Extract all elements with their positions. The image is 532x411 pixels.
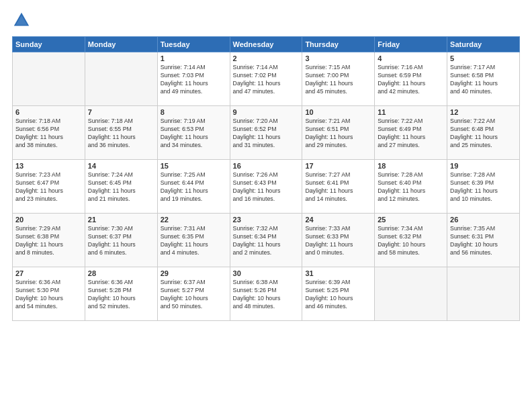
- day-number: 11: [378, 108, 444, 116]
- day-number: 24: [305, 216, 371, 224]
- calendar-cell: [447, 267, 520, 321]
- day-number: 28: [88, 269, 154, 277]
- cell-details: Sunrise: 7:28 AM Sunset: 6:40 PM Dayligh…: [378, 171, 444, 203]
- calendar-cell: 26Sunrise: 7:35 AM Sunset: 6:31 PM Dayli…: [447, 214, 520, 267]
- calendar-cell: 19Sunrise: 7:28 AM Sunset: 6:39 PM Dayli…: [447, 160, 520, 214]
- day-number: 12: [450, 108, 517, 116]
- day-number: 23: [233, 216, 300, 224]
- cell-details: Sunrise: 7:21 AM Sunset: 6:51 PM Dayligh…: [305, 118, 371, 150]
- calendar-cell: 9Sunrise: 7:20 AM Sunset: 6:52 PM Daylig…: [230, 106, 302, 160]
- cell-details: Sunrise: 7:32 AM Sunset: 6:34 PM Dayligh…: [233, 225, 300, 257]
- calendar-cell: 28Sunrise: 6:36 AM Sunset: 5:28 PM Dayli…: [85, 267, 157, 321]
- header: [12, 11, 520, 30]
- calendar-cell: 27Sunrise: 6:36 AM Sunset: 5:30 PM Dayli…: [13, 267, 85, 321]
- calendar-cell: 10Sunrise: 7:21 AM Sunset: 6:51 PM Dayli…: [302, 106, 375, 160]
- day-number: 2: [233, 54, 300, 62]
- calendar-week-row: 20Sunrise: 7:29 AM Sunset: 6:38 PM Dayli…: [13, 214, 520, 267]
- page: SundayMondayTuesdayWednesdayThursdayFrid…: [0, 0, 532, 411]
- cell-details: Sunrise: 7:18 AM Sunset: 6:55 PM Dayligh…: [88, 118, 154, 150]
- calendar-cell: 2Sunrise: 7:14 AM Sunset: 7:02 PM Daylig…: [230, 52, 302, 106]
- day-number: 25: [378, 216, 444, 224]
- cell-details: Sunrise: 7:15 AM Sunset: 7:00 PM Dayligh…: [305, 64, 371, 96]
- calendar-cell: 15Sunrise: 7:25 AM Sunset: 6:44 PM Dayli…: [157, 160, 230, 214]
- calendar-week-row: 13Sunrise: 7:23 AM Sunset: 6:47 PM Dayli…: [13, 160, 520, 214]
- cell-details: Sunrise: 7:22 AM Sunset: 6:49 PM Dayligh…: [378, 118, 444, 150]
- day-number: 29: [161, 269, 227, 277]
- calendar-day-header: Wednesday: [230, 37, 302, 52]
- cell-details: Sunrise: 7:14 AM Sunset: 7:03 PM Dayligh…: [161, 64, 227, 96]
- cell-details: Sunrise: 7:24 AM Sunset: 6:45 PM Dayligh…: [88, 171, 154, 203]
- calendar-cell: 11Sunrise: 7:22 AM Sunset: 6:49 PM Dayli…: [375, 106, 447, 160]
- day-number: 3: [305, 54, 371, 62]
- calendar-header-row: SundayMondayTuesdayWednesdayThursdayFrid…: [13, 37, 520, 52]
- calendar-cell: 3Sunrise: 7:15 AM Sunset: 7:00 PM Daylig…: [302, 52, 375, 106]
- cell-details: Sunrise: 7:14 AM Sunset: 7:02 PM Dayligh…: [233, 64, 300, 96]
- calendar-cell: 21Sunrise: 7:30 AM Sunset: 6:37 PM Dayli…: [85, 214, 157, 267]
- day-number: 18: [378, 162, 444, 170]
- cell-details: Sunrise: 7:28 AM Sunset: 6:39 PM Dayligh…: [450, 171, 517, 203]
- cell-details: Sunrise: 7:26 AM Sunset: 6:43 PM Dayligh…: [233, 171, 300, 203]
- day-number: 27: [15, 269, 82, 277]
- calendar-day-header: Monday: [85, 37, 157, 52]
- cell-details: Sunrise: 7:17 AM Sunset: 6:58 PM Dayligh…: [450, 64, 517, 96]
- cell-details: Sunrise: 7:22 AM Sunset: 6:48 PM Dayligh…: [450, 118, 517, 150]
- calendar-day-header: Tuesday: [157, 37, 230, 52]
- logo-icon: [12, 11, 31, 30]
- day-number: 22: [161, 216, 227, 224]
- cell-details: Sunrise: 6:36 AM Sunset: 5:28 PM Dayligh…: [88, 279, 154, 311]
- day-number: 1: [161, 54, 227, 62]
- cell-details: Sunrise: 7:18 AM Sunset: 6:56 PM Dayligh…: [15, 118, 82, 150]
- day-number: 7: [88, 108, 154, 116]
- calendar-cell: 6Sunrise: 7:18 AM Sunset: 6:56 PM Daylig…: [13, 106, 85, 160]
- cell-details: Sunrise: 7:35 AM Sunset: 6:31 PM Dayligh…: [450, 225, 517, 257]
- day-number: 26: [450, 216, 517, 224]
- cell-details: Sunrise: 7:20 AM Sunset: 6:52 PM Dayligh…: [233, 118, 300, 150]
- calendar-cell: 25Sunrise: 7:34 AM Sunset: 6:32 PM Dayli…: [375, 214, 447, 267]
- calendar-cell: 20Sunrise: 7:29 AM Sunset: 6:38 PM Dayli…: [13, 214, 85, 267]
- day-number: 15: [161, 162, 227, 170]
- calendar-week-row: 27Sunrise: 6:36 AM Sunset: 5:30 PM Dayli…: [13, 267, 520, 321]
- calendar-day-header: Saturday: [447, 37, 520, 52]
- calendar-table: SundayMondayTuesdayWednesdayThursdayFrid…: [12, 36, 520, 321]
- logo: [12, 11, 34, 30]
- calendar-cell: 22Sunrise: 7:31 AM Sunset: 6:35 PM Dayli…: [157, 214, 230, 267]
- cell-details: Sunrise: 7:16 AM Sunset: 6:59 PM Dayligh…: [378, 64, 444, 96]
- cell-details: Sunrise: 7:34 AM Sunset: 6:32 PM Dayligh…: [378, 225, 444, 257]
- calendar-day-header: Friday: [375, 37, 447, 52]
- calendar-cell: 14Sunrise: 7:24 AM Sunset: 6:45 PM Dayli…: [85, 160, 157, 214]
- calendar-cell: [375, 267, 447, 321]
- calendar-day-header: Thursday: [302, 37, 375, 52]
- calendar-cell: 1Sunrise: 7:14 AM Sunset: 7:03 PM Daylig…: [157, 52, 230, 106]
- cell-details: Sunrise: 7:31 AM Sunset: 6:35 PM Dayligh…: [161, 225, 227, 257]
- day-number: 9: [233, 108, 300, 116]
- cell-details: Sunrise: 7:29 AM Sunset: 6:38 PM Dayligh…: [15, 225, 82, 257]
- day-number: 20: [15, 216, 82, 224]
- day-number: 16: [233, 162, 300, 170]
- calendar-day-header: Sunday: [13, 37, 85, 52]
- cell-details: Sunrise: 6:39 AM Sunset: 5:25 PM Dayligh…: [305, 279, 371, 311]
- calendar-cell: 13Sunrise: 7:23 AM Sunset: 6:47 PM Dayli…: [13, 160, 85, 214]
- day-number: 5: [450, 54, 517, 62]
- cell-details: Sunrise: 6:37 AM Sunset: 5:27 PM Dayligh…: [161, 279, 227, 311]
- cell-details: Sunrise: 7:33 AM Sunset: 6:33 PM Dayligh…: [305, 225, 371, 257]
- calendar-cell: 17Sunrise: 7:27 AM Sunset: 6:41 PM Dayli…: [302, 160, 375, 214]
- calendar-cell: 12Sunrise: 7:22 AM Sunset: 6:48 PM Dayli…: [447, 106, 520, 160]
- calendar-week-row: 1Sunrise: 7:14 AM Sunset: 7:03 PM Daylig…: [13, 52, 520, 106]
- cell-details: Sunrise: 7:25 AM Sunset: 6:44 PM Dayligh…: [161, 171, 227, 203]
- calendar-cell: [85, 52, 157, 106]
- calendar-cell: 31Sunrise: 6:39 AM Sunset: 5:25 PM Dayli…: [302, 267, 375, 321]
- calendar-week-row: 6Sunrise: 7:18 AM Sunset: 6:56 PM Daylig…: [13, 106, 520, 160]
- calendar-cell: 7Sunrise: 7:18 AM Sunset: 6:55 PM Daylig…: [85, 106, 157, 160]
- day-number: 19: [450, 162, 517, 170]
- day-number: 21: [88, 216, 154, 224]
- cell-details: Sunrise: 7:19 AM Sunset: 6:53 PM Dayligh…: [161, 118, 227, 150]
- calendar-cell: 18Sunrise: 7:28 AM Sunset: 6:40 PM Dayli…: [375, 160, 447, 214]
- calendar-cell: 16Sunrise: 7:26 AM Sunset: 6:43 PM Dayli…: [230, 160, 302, 214]
- calendar-cell: 23Sunrise: 7:32 AM Sunset: 6:34 PM Dayli…: [230, 214, 302, 267]
- calendar-cell: 24Sunrise: 7:33 AM Sunset: 6:33 PM Dayli…: [302, 214, 375, 267]
- day-number: 4: [378, 54, 444, 62]
- cell-details: Sunrise: 7:27 AM Sunset: 6:41 PM Dayligh…: [305, 171, 371, 203]
- calendar-cell: 29Sunrise: 6:37 AM Sunset: 5:27 PM Dayli…: [157, 267, 230, 321]
- calendar-cell: 30Sunrise: 6:38 AM Sunset: 5:26 PM Dayli…: [230, 267, 302, 321]
- day-number: 8: [161, 108, 227, 116]
